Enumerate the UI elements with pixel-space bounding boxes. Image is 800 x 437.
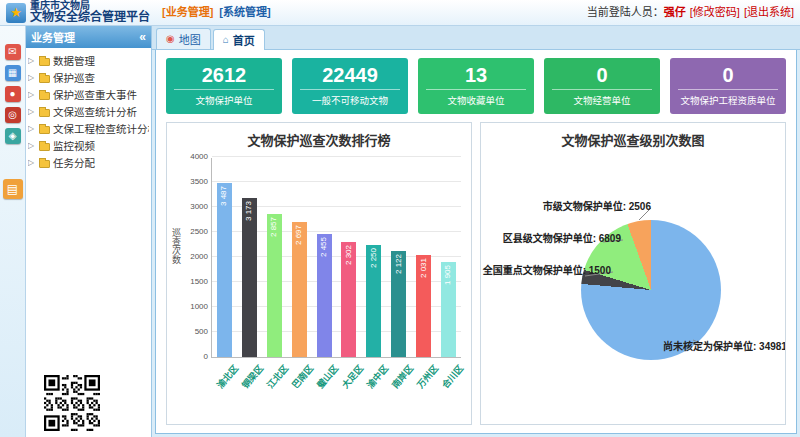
target-icon[interactable]: ◎ xyxy=(5,107,21,123)
bar-9: 2 031 xyxy=(416,255,431,357)
stat-card-5: 0文物保护工程资质单位 xyxy=(670,58,786,114)
bar-value-label: 2 250 xyxy=(369,248,379,268)
stat-label: 文物收藏单位 xyxy=(418,93,534,107)
tab-map[interactable]: ◉地图 xyxy=(156,28,211,49)
sidebar-item-3[interactable]: ▷保护巡查重大事件 xyxy=(28,86,149,103)
x-label-slot: 渝中区 xyxy=(366,360,381,410)
y-axis-title: 巡查次数 xyxy=(170,228,183,264)
tab-home[interactable]: ⌂首页 xyxy=(213,29,265,50)
bar-value-label: 2 455 xyxy=(319,237,329,257)
stat-label: 文物经营单位 xyxy=(544,93,660,107)
header-menu: [业务管理][系统管理] xyxy=(162,0,271,19)
pie-label-2: 区县级文物保护单位: 6809 xyxy=(481,230,621,245)
folder-icon xyxy=(39,75,50,83)
y-tick-label: 4000 xyxy=(190,152,208,161)
bar-value-label: 2 302 xyxy=(344,245,354,265)
folder-icon xyxy=(39,58,50,66)
x-label-slot: 江北区 xyxy=(266,360,281,410)
app-titles: 重庆市文物局 文物安全综合管理平台 xyxy=(30,1,150,24)
pie-area: 市级文物保护单位: 2506区县级文物保护单位: 6809全国重点文物保护单位:… xyxy=(481,150,785,412)
sidebar-item-label: 保护巡查 xyxy=(53,70,95,85)
mail-icon[interactable]: ✉ xyxy=(5,44,21,60)
change-password-link[interactable]: [修改密码] xyxy=(690,6,740,18)
expand-arrow-icon[interactable]: ▷ xyxy=(28,56,36,65)
qr-code xyxy=(44,375,100,431)
pie-label-4: 尚未核定为保护单位: 34981 xyxy=(663,338,786,353)
menu-item-2[interactable]: [系统管理] xyxy=(219,3,270,19)
sidebar-item-6[interactable]: ▷监控视频 xyxy=(28,137,149,154)
x-label-slot: 璧山区 xyxy=(316,360,331,410)
main-area: ✉▦●◎◈▤ 业务管理 « ▷数据管理▷保护巡查▷保护巡查重大事件▷文保巡查统计… xyxy=(0,26,800,437)
alert-icon[interactable]: ● xyxy=(5,86,21,102)
stats-row: 2612文物保护单位22449一般不可移动文物13文物收藏单位0文物经营单位0文… xyxy=(156,50,796,122)
sidebar-item-label: 数据管理 xyxy=(53,53,95,68)
current-user-name: 强仔 xyxy=(664,6,686,18)
home-icon: ⌂ xyxy=(223,35,229,45)
bar-5: 2 455 xyxy=(317,234,332,357)
sidebar-item-2[interactable]: ▷保护巡查 xyxy=(28,69,149,86)
notes-icon[interactable]: ▤ xyxy=(3,179,23,199)
icon-rail: ✉▦●◎◈▤ xyxy=(0,26,26,437)
x-label-slot: 合川区 xyxy=(441,360,456,410)
expand-arrow-icon[interactable]: ▷ xyxy=(28,73,36,82)
folder-icon xyxy=(39,109,50,117)
folder-icon xyxy=(39,160,50,168)
tab-label: 地图 xyxy=(179,31,201,47)
y-tick-label: 1500 xyxy=(190,277,208,286)
x-axis-label: 巴南区 xyxy=(289,362,316,391)
folder-icon xyxy=(39,126,50,134)
x-axis-label: 铜梁区 xyxy=(239,362,266,391)
header-bar: ★ 重庆市文物局 文物安全综合管理平台 [业务管理][系统管理] 当前登陆人员：… xyxy=(0,0,800,26)
x-axis-label: 南岸区 xyxy=(389,362,416,391)
bar-xlabels: 渝北区铜梁区江北区巴南区璧山区大足区渝中区南岸区万州区合川区 xyxy=(211,360,461,410)
tab-bar: ◉地图⌂首页 xyxy=(152,26,800,50)
bar-chart-title: 文物保护巡查次数排行榜 xyxy=(167,123,471,150)
folder-icon xyxy=(39,143,50,151)
x-axis-label: 大足区 xyxy=(339,362,366,391)
collapse-sidebar-icon[interactable]: « xyxy=(139,30,146,44)
camera-icon[interactable]: ◈ xyxy=(5,128,21,144)
grid-icon[interactable]: ▦ xyxy=(5,65,21,81)
sidebar-item-5[interactable]: ▷文保工程检查统计分析 xyxy=(28,120,149,137)
y-tick-label: 2500 xyxy=(190,227,208,236)
y-tick-label: 3000 xyxy=(190,202,208,211)
sidebar-item-1[interactable]: ▷数据管理 xyxy=(28,52,149,69)
bar-7: 2 250 xyxy=(366,245,381,358)
page-title: 文物安全综合管理平台 xyxy=(30,11,150,24)
y-tick-label: 1000 xyxy=(190,302,208,311)
expand-arrow-icon[interactable]: ▷ xyxy=(28,90,36,99)
stat-card-1: 2612文物保护单位 xyxy=(166,58,282,114)
bar-8: 2 122 xyxy=(391,251,406,357)
folder-icon xyxy=(39,92,50,100)
charts-row: 文物保护巡查次数排行榜 巡查次数 05001000150020002500300… xyxy=(156,122,796,433)
app-window: ★ 重庆市文物局 文物安全综合管理平台 [业务管理][系统管理] 当前登陆人员：… xyxy=(0,0,800,437)
bar-2: 3 173 xyxy=(242,198,257,357)
stat-divider xyxy=(426,89,526,90)
stat-value: 22449 xyxy=(292,65,408,85)
stat-value: 2612 xyxy=(166,65,282,85)
sidebar-item-4[interactable]: ▷文保巡查统计分析 xyxy=(28,103,149,120)
logout-link[interactable]: [退出系统] xyxy=(744,6,794,18)
expand-arrow-icon[interactable]: ▷ xyxy=(28,107,36,116)
bar-value-label: 3 487 xyxy=(219,186,229,206)
bar-chart-panel: 文物保护巡查次数排行榜 巡查次数 05001000150020002500300… xyxy=(166,122,472,425)
y-tick-label: 0 xyxy=(204,352,208,361)
qr-code-wrap xyxy=(26,375,151,437)
gridline xyxy=(212,156,461,157)
stat-label: 文物保护单位 xyxy=(166,93,282,107)
menu-item-1[interactable]: [业务管理] xyxy=(162,3,213,19)
x-axis-label: 江北区 xyxy=(264,362,291,391)
expand-arrow-icon[interactable]: ▷ xyxy=(28,141,36,150)
x-label-slot: 巴南区 xyxy=(291,360,306,410)
expand-arrow-icon[interactable]: ▷ xyxy=(28,124,36,133)
bar-chart: 巡查次数 050010001500200025003000350040003 4… xyxy=(167,150,471,412)
stat-card-4: 0文物经营单位 xyxy=(544,58,660,114)
pie-chart-panel: 文物保护巡查级别次数图 市级文物保护单位: 2506区县级文物保护单位: 680… xyxy=(480,122,786,425)
x-label-slot: 万州区 xyxy=(416,360,431,410)
stat-divider xyxy=(678,89,778,90)
x-axis-label: 万州区 xyxy=(414,362,441,391)
sidebar-item-7[interactable]: ▷任务分配 xyxy=(28,154,149,171)
pie-label-1: 市级文物保护单位: 2506 xyxy=(511,198,651,213)
expand-arrow-icon[interactable]: ▷ xyxy=(28,158,36,167)
bar-3: 2 857 xyxy=(267,214,282,357)
